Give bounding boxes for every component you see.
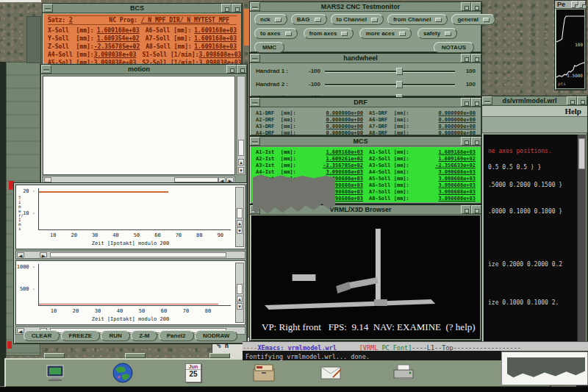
menu-help[interactable]: Help	[564, 107, 581, 115]
to-channel-menu-button[interactable]: to Channel	[331, 14, 384, 25]
scroll-up-button[interactable]: ▲	[237, 296, 243, 302]
titlebar[interactable]: MCS	[250, 137, 481, 146]
window-menu-button[interactable]	[43, 4, 53, 13]
maximize-button[interactable]	[578, 1, 586, 8]
maximize-button[interactable]	[471, 54, 481, 63]
nodraw-button[interactable]: NODRAW	[195, 330, 237, 341]
minimize-button[interactable]	[221, 4, 232, 13]
maximize-button[interactable]	[237, 65, 247, 74]
scrollbar-thumb[interactable]	[578, 138, 585, 169]
editor-scrollbar[interactable]	[577, 135, 586, 349]
editor-text-area[interactable]: ne axes positions. 0.5 0.5 0.5 ) } .5000…	[484, 135, 586, 349]
run-button[interactable]: RUN	[101, 330, 129, 341]
vertical-scrollbar[interactable]: ▲ ▼	[235, 187, 244, 247]
slider-label: Handrad 1 :	[256, 68, 301, 74]
motion-window: motion ▲ ▼ ◀ ▶	[40, 64, 248, 186]
emacs-minibuffer[interactable]: Fontifying vrmlmodel.wrl... done.	[243, 351, 501, 360]
horizontal-scrollbar[interactable]: ◀ ▶	[15, 251, 245, 259]
taskbar-icon-globe[interactable]	[110, 361, 135, 385]
minimize-button[interactable]	[461, 137, 471, 146]
subpanel-tab[interactable]	[125, 353, 146, 358]
window-menu-button[interactable]	[41, 65, 51, 74]
table-row: A2-Ist [mm]:1.609261e+02A2-Soll [mm]:1.6…	[256, 155, 476, 162]
titlebar[interactable]: ds/vrmlmodel.wrl	[482, 96, 587, 106]
clear-button[interactable]: CLEAR	[24, 330, 60, 341]
bag-menu-button[interactable]: BAG	[291, 14, 327, 25]
taskbar-icon-file-drawer[interactable]	[251, 361, 276, 385]
slider-thumb[interactable]	[396, 81, 403, 88]
minimize-button[interactable]	[461, 98, 471, 107]
maximize-button[interactable]	[471, 205, 481, 214]
titlebar[interactable]: motion	[41, 65, 247, 74]
slider-thumb[interactable]	[396, 68, 403, 75]
vrml-3d-canvas[interactable]: VP: Right front FPS: 9.14 NAV: EXAMINE (…	[251, 215, 480, 339]
window-menu-button[interactable]	[250, 2, 260, 11]
scrollbar-thumb[interactable]	[50, 252, 226, 257]
minimize-button[interactable]	[226, 65, 237, 74]
scroll-down-button[interactable]: ▼	[237, 227, 243, 234]
taskbar-icon-calendar[interactable]: Jun 25	[181, 361, 206, 385]
handwheel-slider[interactable]	[325, 80, 455, 89]
titlebar[interactable]: Pe	[555, 1, 586, 9]
scroll-right-button[interactable]: ▶	[40, 252, 47, 257]
modeline-dashes: ----	[243, 344, 257, 351]
scroll-left-button[interactable]: ◀	[17, 252, 24, 257]
minimize-button[interactable]	[461, 54, 471, 63]
window-menu-button[interactable]	[250, 98, 260, 107]
safety-menu-button[interactable]: safety	[417, 28, 457, 39]
titlebar[interactable]: BCS	[43, 4, 242, 13]
taskbar-icon-mail[interactable]	[319, 361, 344, 385]
window-menu-button[interactable]	[482, 96, 492, 105]
subpanel-tab[interactable]	[209, 353, 230, 358]
more-aces-menu-button[interactable]: more aces	[359, 28, 412, 39]
plot-timer: Timer/Ims 20 10 102030405060708090 Zeit …	[15, 185, 245, 249]
vertical-scrollbar[interactable]: ▲ ▼	[235, 263, 244, 323]
maximize-button[interactable]	[232, 4, 242, 13]
window-menu-button[interactable]	[250, 137, 260, 146]
maximize-button[interactable]	[471, 137, 481, 146]
maximize-button[interactable]	[471, 98, 481, 107]
scroll-down-button[interactable]: ▼	[237, 303, 243, 310]
table-row: A3-Ist [mm]:-2.356785e+02A3-Soll [mm]:-2…	[256, 162, 476, 168]
scrollbar-thumb[interactable]	[237, 284, 243, 294]
titlebar[interactable]: MARS2 CNC Testmonitor	[250, 2, 481, 12]
table-row: A1-DRF [mm]:0.000000e+00A5-DRF [mm]:0.00…	[256, 110, 476, 116]
from-channel-menu-button[interactable]: from Channel	[387, 14, 448, 25]
scroll-up-button[interactable]: ▲	[237, 220, 243, 227]
minimize-button[interactable]	[567, 96, 577, 105]
taskbar-icon-workstation[interactable]	[43, 361, 68, 385]
scroll-down-button[interactable]: ▼	[238, 167, 244, 174]
to-axes-menu-button[interactable]: to axes	[254, 28, 298, 39]
maximize-button[interactable]	[471, 2, 481, 11]
minimize-button[interactable]	[461, 2, 471, 11]
scroll-right-button[interactable]: ▶	[226, 177, 234, 182]
satz-label: Satz:	[48, 17, 69, 24]
vertical-scrollbar[interactable]: ▲ ▼	[237, 76, 245, 175]
nck-menu-button[interactable]: nck	[254, 14, 287, 25]
handwheel-slider[interactable]	[325, 67, 455, 76]
scroll-left-button[interactable]: ◀	[218, 177, 226, 182]
panel2-button[interactable]: Panel2	[159, 330, 194, 341]
zm-button[interactable]: Z-M	[131, 330, 157, 341]
motion-canvas	[43, 76, 235, 175]
slider-min: -100	[301, 68, 325, 74]
plot2-ytick: 500	[16, 286, 35, 292]
maximize-button[interactable]	[577, 96, 587, 105]
scroll-home-button[interactable]	[44, 177, 51, 182]
titlebar[interactable]: handwheel	[250, 54, 481, 63]
subpanel-tab[interactable]	[44, 353, 65, 358]
general-menu-button[interactable]: general	[451, 14, 495, 25]
minimize-button[interactable]	[571, 1, 578, 8]
from-axes-menu-button[interactable]: from axes	[304, 28, 354, 39]
scrollbar-thumb[interactable]	[238, 140, 244, 156]
notaus-button[interactable]: NOTAUS	[434, 42, 474, 53]
minimize-button[interactable]	[461, 205, 471, 214]
scroll-up-button[interactable]: ▲	[238, 159, 244, 165]
window-menu-button[interactable]	[250, 54, 260, 63]
freeze-button[interactable]: FREEZE	[61, 330, 101, 341]
mmc-button[interactable]: MMC	[254, 42, 284, 53]
scrollbar-thumb[interactable]	[174, 177, 218, 182]
scrollbar-thumb[interactable]	[237, 208, 243, 218]
titlebar[interactable]: DRF	[250, 98, 481, 107]
taskbar-icon-printer[interactable]	[391, 361, 416, 385]
